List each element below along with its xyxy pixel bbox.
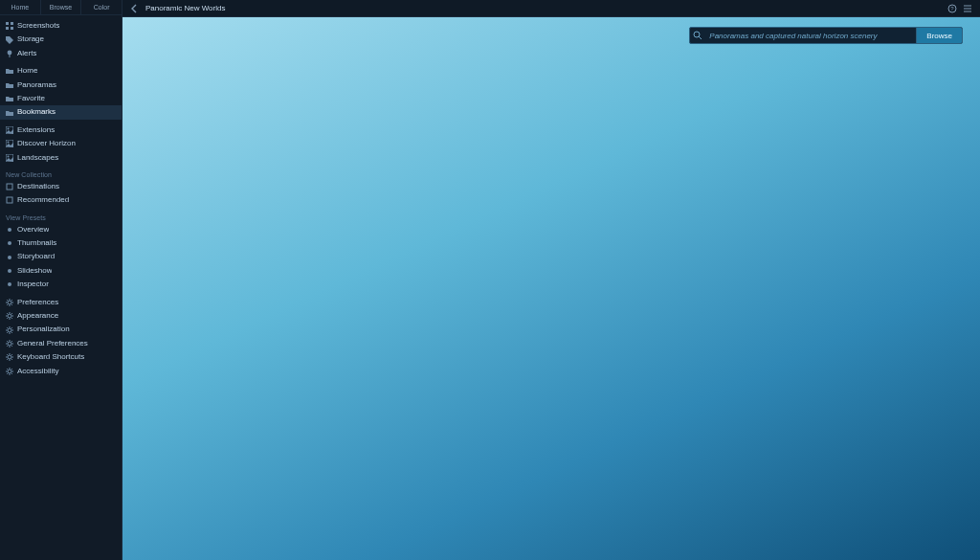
sidebar-item-keyboard-shortcuts[interactable]: Keyboard Shortcuts (0, 350, 122, 364)
sidebar-item-label: Overview (17, 225, 49, 235)
sidebar-item-label: Bookmarks (17, 107, 56, 117)
sidebar-item-bookmarks[interactable]: Bookmarks (0, 105, 122, 119)
sidebar-tab-color[interactable]: Color (81, 0, 122, 14)
sidebar-item-home[interactable]: Home (0, 64, 122, 78)
sidebar-item-preferences[interactable]: Preferences (0, 296, 122, 309)
sidebar-item-personalization[interactable]: Personalization (0, 323, 122, 336)
sidebar-item-label: Appearance (17, 311, 58, 321)
sidebar-tab-browse[interactable]: Browse (41, 0, 82, 14)
dot-icon (6, 254, 13, 261)
sidebar-item-label: Home (17, 66, 37, 76)
search-row: Browse (122, 17, 980, 44)
sidebar-item-overview[interactable]: Overview (0, 223, 122, 236)
sidebar-item-thumbnails[interactable]: Thumbnails (0, 236, 122, 250)
sidebar-item-label: Discover Horizon (17, 139, 76, 148)
sidebar-item-label: Screenshots (17, 21, 59, 31)
gear-icon (6, 326, 13, 334)
sidebar-item-inspector[interactable]: Inspector (0, 278, 122, 291)
sidebar-item-label: Extensions (17, 125, 55, 135)
search-icon (690, 31, 705, 40)
sidebar-item-label: Favorite (17, 94, 45, 103)
folder-icon (6, 109, 13, 117)
sidebar-item-label: Recommended (17, 195, 69, 205)
sidebar-item-label: Slideshow (17, 266, 52, 276)
tag-icon (6, 36, 13, 44)
sidebar-item-landscapes[interactable]: Landscapes (0, 151, 122, 165)
page-title: Panoramic New Worlds (145, 4, 225, 12)
sidebar-item-label: Landscapes (17, 153, 58, 163)
dot-icon (6, 280, 13, 288)
folder-icon (6, 95, 13, 102)
dot-icon (6, 239, 13, 247)
menu-icon[interactable] (963, 4, 972, 13)
sidebar-item-label: Destinations (17, 182, 59, 191)
topbar: Panoramic New Worlds ? (122, 0, 980, 17)
sidebar-item-label: Keyboard Shortcuts (17, 352, 84, 362)
svg-text:?: ? (950, 6, 954, 11)
sidebar-item-storyboard[interactable]: Storyboard (0, 250, 122, 263)
search-button[interactable]: Browse (916, 28, 962, 43)
sidebar-item-label: Thumbnails (17, 238, 56, 248)
image-icon (6, 126, 13, 134)
gear-icon (6, 312, 13, 320)
gallery (122, 44, 980, 560)
svg-point-2 (694, 32, 700, 37)
sidebar-item-screenshots[interactable]: Screenshots (0, 19, 122, 33)
svg-line-3 (700, 36, 702, 39)
folder-icon (6, 67, 13, 75)
gear-icon (6, 353, 13, 361)
gear-icon (6, 299, 13, 306)
nav-group-header: New Collection (0, 168, 122, 180)
search-bar: Browse (689, 27, 963, 44)
sidebar-item-label: Storage (17, 34, 44, 44)
sidebar-nav: ScreenshotsStorageAlertsHomePanoramasFav… (0, 15, 122, 378)
sidebar: Home Browse Color ScreenshotsStorageAler… (0, 0, 122, 560)
sidebar-item-discover-horizon[interactable]: Discover Horizon (0, 137, 122, 150)
sidebar-item-label: Alerts (17, 49, 36, 58)
sidebar-item-label: Storyboard (17, 252, 55, 261)
folder-icon (6, 81, 13, 89)
sidebar-item-storage[interactable]: Storage (0, 33, 122, 46)
dot-icon (6, 226, 13, 234)
sidebar-item-appearance[interactable]: Appearance (0, 309, 122, 323)
sidebar-item-slideshow[interactable]: Slideshow (0, 264, 122, 278)
grid-icon (6, 22, 13, 30)
sidebar-item-favorite[interactable]: Favorite (0, 92, 122, 105)
sidebar-item-label: Panoramas (17, 80, 56, 90)
sidebar-tabs: Home Browse Color (0, 0, 122, 15)
sidebar-item-label: Accessibility (17, 367, 59, 376)
gear-icon (6, 368, 13, 375)
image-icon (6, 140, 13, 147)
sidebar-item-alerts[interactable]: Alerts (0, 47, 122, 60)
search-input[interactable] (705, 32, 916, 40)
sidebar-item-general-preferences[interactable]: General Preferences (0, 337, 122, 350)
sidebar-item-label: Personalization (17, 325, 70, 334)
square-icon (6, 196, 13, 204)
sidebar-item-label: Preferences (17, 298, 58, 307)
help-icon[interactable]: ? (947, 4, 957, 13)
sidebar-item-destinations[interactable]: Destinations (0, 180, 122, 193)
nav-group-header: View Presets (0, 212, 122, 223)
sidebar-item-accessibility[interactable]: Accessibility (0, 365, 122, 378)
sidebar-item-label: Inspector (17, 280, 49, 289)
sidebar-item-panoramas[interactable]: Panoramas (0, 78, 122, 92)
main-area: Panoramic New Worlds ? Browse (122, 0, 980, 560)
sidebar-item-label: General Preferences (17, 339, 88, 348)
image-icon (6, 154, 13, 162)
pin-icon (6, 50, 13, 57)
sidebar-item-recommended[interactable]: Recommended (0, 193, 122, 207)
sidebar-tab-home[interactable]: Home (0, 0, 41, 14)
sidebar-item-extensions[interactable]: Extensions (0, 123, 122, 137)
gear-icon (6, 340, 13, 347)
back-icon[interactable] (130, 4, 140, 13)
square-icon (6, 183, 13, 190)
dot-icon (6, 267, 13, 275)
